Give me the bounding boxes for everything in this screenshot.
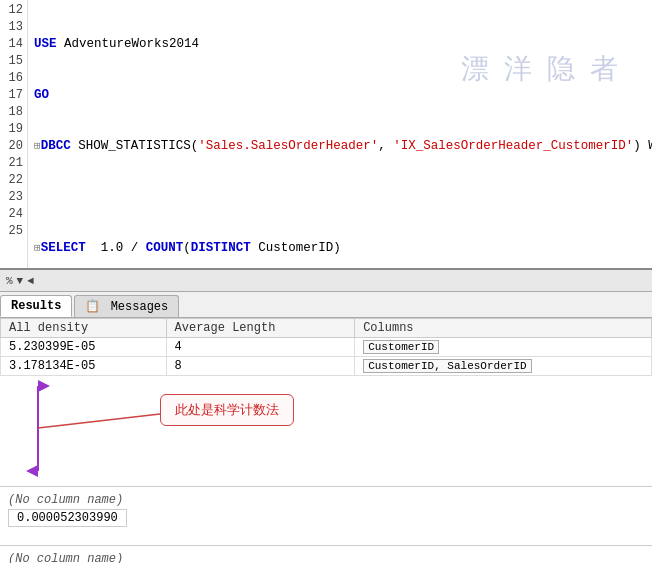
tab-messages[interactable]: 📋 Messages xyxy=(74,295,179,317)
callout-box: 此处是科学计数法 xyxy=(160,394,294,426)
line-numbers: 12 13 14 15 16 17 18 19 20 21 22 23 24 2… xyxy=(0,0,28,268)
avg-length-1: 4 xyxy=(166,338,355,357)
density-value-2: 3.178134E-05 xyxy=(1,357,167,376)
sub-result-1: (No column name) 0.000052303990 xyxy=(0,486,652,527)
tab-messages-label: Messages xyxy=(111,300,169,314)
scroll-left-arrow[interactable]: ◄ xyxy=(27,275,34,287)
callout-text: 此处是科学计数法 xyxy=(175,402,279,417)
sub-result-1-table: 0.000052303990 xyxy=(8,509,127,527)
columns-2: CustomerID, SalesOrderID xyxy=(355,357,652,376)
tabs-row: Results 📋 Messages xyxy=(0,292,652,318)
spacer-1 xyxy=(0,527,652,545)
sub-result-1-header: (No column name) xyxy=(0,491,652,509)
sub-result-2: (No column name) 0.000031781344 xyxy=(0,545,652,563)
editor-scrollbar[interactable]: % ▼ ◄ xyxy=(0,270,652,292)
density-table: All density Average Length Columns 5.230… xyxy=(0,318,652,376)
col-header-avg-length: Average Length xyxy=(166,319,355,338)
columns-1: CustomerID xyxy=(355,338,652,357)
col-header-density: All density xyxy=(1,319,167,338)
watermark: 漂 洋 隐 者 xyxy=(461,60,622,77)
density-value-1: 5.230399E-05 xyxy=(1,338,167,357)
annotation-svg xyxy=(0,376,652,486)
col-header-columns: Columns xyxy=(355,319,652,338)
tab-results[interactable]: Results xyxy=(0,295,72,317)
annotation-area: 此处是科学计数法 xyxy=(0,376,652,486)
table-row: 3.178134E-05 8 CustomerID, SalesOrderID xyxy=(1,357,652,376)
results-panel: All density Average Length Columns 5.230… xyxy=(0,318,652,563)
table-row: 5.230399E-05 4 CustomerID xyxy=(1,338,652,357)
sub-result-2-header: (No column name) xyxy=(0,550,652,563)
code-content[interactable]: USE AdventureWorks2014 GO ⊞DBCC SHOW_STA… xyxy=(28,0,652,268)
code-editor[interactable]: 12 13 14 15 16 17 18 19 20 21 22 23 24 2… xyxy=(0,0,652,270)
scroll-down-arrow[interactable]: ▼ xyxy=(17,275,24,287)
scroll-indicator: % xyxy=(6,275,13,287)
avg-length-2: 8 xyxy=(166,357,355,376)
tab-results-label: Results xyxy=(11,299,61,313)
messages-icon: 📋 xyxy=(85,299,100,314)
sub-result-1-value: 0.000052303990 xyxy=(9,510,127,527)
svg-line-1 xyxy=(38,414,160,428)
